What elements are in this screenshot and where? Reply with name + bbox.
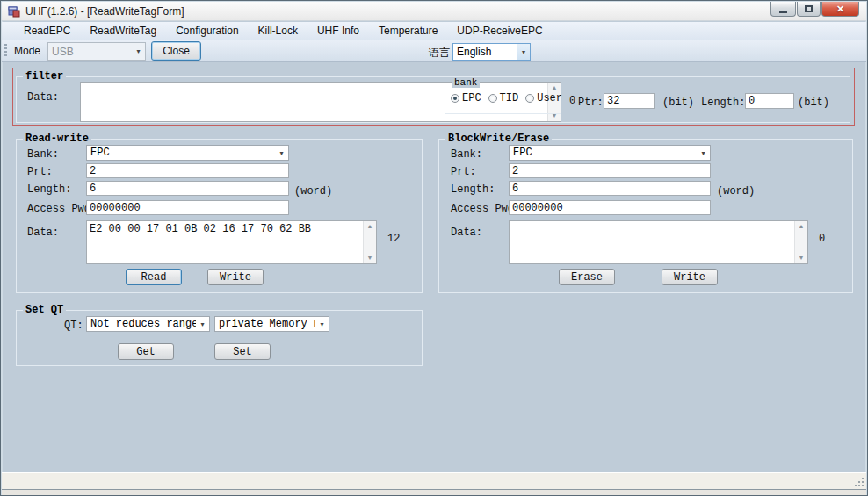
bank-radio-tid[interactable]: TID	[488, 92, 519, 104]
bank-group: bank EPC TID User	[445, 83, 561, 114]
scroll-up-icon[interactable]: ▲	[795, 221, 807, 232]
language-combobox[interactable]: English ▾	[452, 43, 531, 61]
rw-write-button[interactable]: Write	[207, 269, 264, 285]
bw-bank-combobox[interactable]: EPC ▾	[509, 145, 711, 161]
qt-label: QT:	[64, 320, 83, 332]
scroll-down-icon[interactable]: ▼	[795, 253, 807, 263]
erase-button[interactable]: Erase	[559, 269, 615, 285]
set-qt-group-label: Set QT	[23, 304, 66, 316]
rw-data-textarea[interactable]: E2 00 00 17 01 0B 02 16 17 70 62 BB	[87, 221, 363, 263]
bw-prt-label: Prt:	[451, 166, 476, 178]
get-button[interactable]: Get	[118, 343, 174, 360]
bank-radio-row: EPC TID User	[451, 92, 562, 104]
block-write-group: BlockWrite/Erase	[438, 139, 853, 293]
menu-item-configuration[interactable]: Configuration	[166, 23, 248, 39]
bw-write-button[interactable]: Write	[662, 269, 718, 285]
language-label: 语言	[429, 46, 450, 61]
menu-item-uhf-info[interactable]: UHF Info	[307, 23, 369, 39]
bw-count: 0	[819, 233, 825, 245]
minimize-button[interactable]	[770, 2, 796, 17]
bank-radio-epc[interactable]: EPC	[451, 92, 481, 104]
rw-length-input[interactable]	[86, 181, 289, 196]
window-close-button[interactable]: ✕	[821, 2, 859, 17]
resize-grip-icon[interactable]	[854, 477, 864, 487]
filter-count: 0	[569, 95, 575, 107]
ptr-label: Ptr:	[578, 97, 604, 109]
statusbar	[2, 472, 866, 490]
menu-item-readwritetag[interactable]: ReadWriteTag	[80, 23, 166, 39]
qt-range-value: Not reduces range	[87, 317, 196, 331]
rw-prt-label: Prt:	[27, 166, 53, 178]
bw-data-scrollbar[interactable]: ▲▼	[794, 221, 807, 263]
menubar: ReadEPC ReadWriteTag Configuration Kill-…	[2, 22, 866, 40]
chevron-down-icon: ▾	[315, 317, 329, 331]
bw-length-label: Length:	[451, 183, 495, 196]
qt-range-combobox[interactable]: Not reduces range ▾	[86, 316, 210, 332]
bw-length-unit: (word)	[717, 185, 755, 198]
qt-memory-value: private Memory map	[215, 317, 315, 331]
filter-length-unit: (bit)	[798, 97, 829, 109]
bw-bank-label: Bank:	[451, 148, 482, 161]
ptr-input[interactable]	[604, 93, 655, 109]
read-button[interactable]: Read	[126, 269, 182, 285]
window-bottom-frame	[2, 490, 866, 496]
titlebar: UHF(1.2.6) - [ReadWriteTagForm] ✕	[2, 2, 866, 21]
rw-data-field: E2 00 00 17 01 0B 02 16 17 70 62 BB ▲▼	[86, 220, 377, 264]
app-window: UHF(1.2.6) - [ReadWriteTagForm] ✕ ReadEP…	[0, 0, 868, 496]
menu-item-temperature[interactable]: Temperature	[369, 23, 447, 39]
restore-button[interactable]	[797, 2, 821, 17]
filter-length-label: Length:	[701, 97, 745, 109]
bank-radio-user[interactable]: User	[525, 92, 562, 104]
radio-icon	[525, 94, 534, 103]
rw-length-label: Length:	[27, 183, 71, 196]
rw-bank-label: Bank:	[27, 148, 59, 161]
bw-prt-input[interactable]	[509, 163, 711, 178]
filter-length-input[interactable]	[745, 93, 794, 109]
menu-item-kill-lock[interactable]: Kill-Lock	[249, 23, 307, 39]
mode-label: Mode	[14, 45, 40, 57]
rw-count: 12	[387, 233, 400, 245]
bw-data-label: Data:	[451, 226, 482, 239]
bank-group-label: bank	[452, 77, 480, 88]
rw-prt-input[interactable]	[86, 163, 289, 178]
minimize-icon	[779, 11, 787, 13]
close-button[interactable]: Close	[151, 41, 201, 61]
menu-item-readepc[interactable]: ReadEPC	[14, 23, 80, 39]
window-title: UHF(1.2.6) - [ReadWriteTagForm]	[25, 5, 184, 18]
mode-value: USB	[48, 45, 132, 59]
mode-combobox[interactable]: USB ▾	[47, 42, 146, 61]
chevron-down-icon: ▾	[275, 146, 288, 160]
bw-length-input[interactable]	[509, 181, 711, 196]
scroll-up-icon[interactable]: ▲	[364, 221, 376, 232]
menu-item-udp-receiveepc[interactable]: UDP-ReceiveEPC	[447, 23, 552, 39]
app-icon	[8, 5, 20, 18]
chevron-down-icon: ▾	[132, 43, 145, 60]
rw-access-pwd-input[interactable]	[86, 200, 289, 215]
rw-data-label: Data:	[27, 226, 59, 239]
block-write-group-label: BlockWrite/Erase	[445, 133, 552, 145]
rw-length-unit: (word)	[294, 185, 332, 198]
radio-label: User	[537, 92, 562, 104]
radio-label: TID	[500, 92, 519, 104]
bw-bank-value: EPC	[510, 146, 697, 160]
bw-data-field: ▲▼	[509, 220, 808, 264]
radio-selected-icon	[451, 94, 459, 103]
read-write-group-label: Read-write	[23, 133, 91, 145]
chevron-down-icon: ▾	[196, 317, 209, 331]
radio-icon	[488, 94, 497, 103]
rw-bank-combobox[interactable]: EPC ▾	[86, 145, 289, 161]
ptr-unit: (bit)	[662, 97, 694, 109]
filter-group-label: filter	[23, 70, 66, 83]
chevron-down-icon: ▾	[517, 44, 530, 60]
set-button[interactable]: Set	[214, 343, 271, 360]
toolbar: Mode USB ▾ Close 语言 English ▾	[2, 40, 866, 62]
qt-memory-combobox[interactable]: private Memory map ▾	[214, 316, 329, 332]
filter-data-label: Data:	[27, 91, 59, 104]
toolbar-gripper-icon	[4, 44, 7, 57]
scroll-down-icon[interactable]: ▼	[364, 253, 376, 263]
bw-access-pwd-input[interactable]	[509, 200, 711, 215]
rw-data-scrollbar[interactable]: ▲▼	[363, 221, 376, 263]
bw-data-textarea[interactable]	[510, 221, 794, 263]
radio-label: EPC	[462, 92, 481, 104]
rw-bank-value: EPC	[87, 146, 275, 160]
